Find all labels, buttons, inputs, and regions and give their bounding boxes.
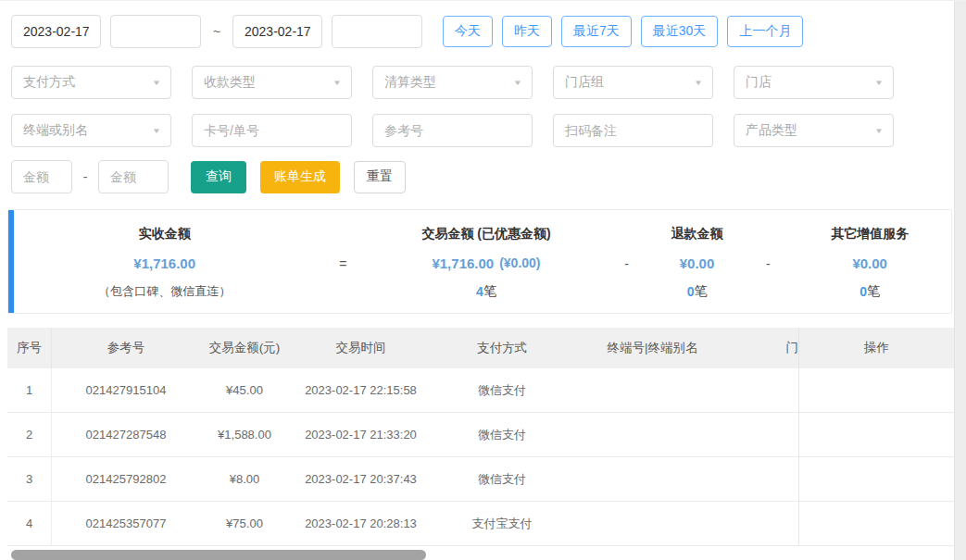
- cell-method: 微信支付: [433, 427, 571, 443]
- col-header-method: 支付方式: [433, 340, 571, 356]
- reset-button[interactable]: 重置: [354, 161, 406, 193]
- cell-index: 4: [7, 502, 52, 545]
- other-count-number: 0: [859, 284, 867, 299]
- cell-time: 2023-02-17 21:33:20: [289, 428, 433, 442]
- start-time-input[interactable]: [110, 15, 201, 48]
- cell-index: 3: [7, 457, 52, 501]
- transaction-label: 交易金额 (已优惠金额): [421, 220, 550, 248]
- chevron-down-icon: ▼: [152, 127, 161, 135]
- summary-refund: 退款金额 ¥0.00 0 笔: [646, 220, 748, 313]
- col-header-index: 序号: [7, 328, 52, 368]
- filter-panel: ~ 今天 昨天 最近7天 最近30天 上一个月 支付方式 ▼ 收款类型 ▼ 清算…: [0, 1, 966, 193]
- select-placeholder: 终端或别名: [23, 122, 88, 139]
- amount-min-input[interactable]: [11, 160, 72, 193]
- table-row[interactable]: 4 021425357077 ¥75.00 2023-02-17 20:28:1…: [7, 502, 798, 546]
- vertical-scrollbar[interactable]: [954, 1, 966, 560]
- quick-today-button[interactable]: 今天: [443, 16, 493, 47]
- quick-lastmonth-button[interactable]: 上一个月: [727, 16, 803, 47]
- received-note: （包含口碑、微信直连）: [98, 278, 231, 305]
- refund-label: 退款金额: [671, 220, 723, 248]
- quick-date-buttons: 今天 昨天 最近7天 最近30天 上一个月: [443, 16, 812, 47]
- equals-operator: =: [320, 220, 365, 313]
- other-services-amount: ¥0.00: [852, 248, 887, 278]
- qrcode-remark-input[interactable]: [553, 114, 713, 147]
- horizontal-scrollbar[interactable]: [7, 549, 954, 560]
- settlement-type-select[interactable]: 清算类型 ▼: [372, 66, 533, 99]
- chevron-down-icon: ▼: [694, 79, 703, 87]
- end-time-input[interactable]: [332, 15, 422, 48]
- received-amount: ¥1,716.00: [133, 248, 195, 278]
- cell-amount: ¥75.00: [200, 516, 289, 530]
- received-label: 实收金额: [139, 220, 191, 248]
- cell-reference: 021427915104: [52, 383, 200, 397]
- horizontal-scrollbar-thumb[interactable]: [11, 550, 426, 560]
- col-header-amount: 交易金额(元): [200, 340, 289, 356]
- cell-reference: 021425792802: [52, 472, 200, 486]
- input-filter-row: 终端或别名 ▼ 产品类型 ▼: [11, 114, 966, 147]
- select-placeholder: 门店: [746, 74, 772, 91]
- amount-range-separator: -: [72, 169, 98, 184]
- refund-count: 0 笔: [687, 278, 708, 305]
- other-services-count: 0 笔: [859, 278, 880, 305]
- quick-last30days-button[interactable]: 最近30天: [641, 16, 719, 47]
- quick-last7days-button[interactable]: 最近7天: [561, 16, 632, 47]
- transaction-count: 4 笔: [476, 278, 496, 305]
- cell-index: 2: [7, 413, 52, 456]
- cell-time: 2023-02-17 20:37:43: [289, 472, 433, 486]
- amount-max-input[interactable]: [98, 160, 169, 193]
- cell-reference: 021425357077: [52, 516, 200, 530]
- store-select[interactable]: 门店 ▼: [734, 66, 894, 99]
- select-placeholder: 收款类型: [204, 74, 256, 91]
- store-group-select[interactable]: 门店组 ▼: [553, 66, 713, 99]
- date-filter-row: ~ 今天 昨天 最近7天 最近30天 上一个月: [11, 15, 966, 48]
- cell-amount: ¥8.00: [200, 472, 289, 486]
- select-placeholder: 产品类型: [746, 122, 797, 139]
- transaction-count-number: 4: [476, 284, 483, 299]
- payee-type-select[interactable]: 收款类型 ▼: [192, 66, 352, 99]
- col-header-time: 交易时间: [289, 340, 433, 356]
- cell-time: 2023-02-17 20:28:13: [289, 516, 433, 530]
- cell-actions: [799, 502, 954, 546]
- date-range-separator: ~: [201, 24, 232, 39]
- terminal-alias-select[interactable]: 终端或别名 ▼: [11, 114, 171, 147]
- quick-yesterday-button[interactable]: 昨天: [502, 16, 552, 47]
- col-header-store: 门店: [734, 340, 798, 356]
- end-date-input[interactable]: [232, 15, 322, 48]
- table-row[interactable]: 1 021427915104 ¥45.00 2023-02-17 22:15:5…: [7, 368, 798, 413]
- cell-amount: ¥1,588.00: [200, 428, 289, 442]
- select-placeholder: 门店组: [565, 74, 604, 91]
- table-scroll-area: 序号 参考号 交易金额(元) 交易时间 支付方式 终端号|终端别名 门店 1 0…: [7, 328, 798, 560]
- summary-transaction: 交易金额 (已优惠金额) ¥1,716.00 (¥0.00) 4 笔: [365, 220, 607, 313]
- reference-number-input[interactable]: [372, 114, 533, 147]
- amount-action-row: - 查询 账单生成 重置: [11, 160, 966, 193]
- col-header-reference: 参考号: [52, 340, 200, 356]
- col-header-actions: 操作: [799, 328, 954, 368]
- actions-fixed-column: 操作: [798, 328, 954, 546]
- summary-received: 实收金额 ¥1,716.00 （包含口碑、微信直连）: [8, 220, 320, 313]
- transaction-amount: ¥1,716.00: [432, 255, 494, 271]
- table-row[interactable]: 3 021425792802 ¥8.00 2023-02-17 20:37:43…: [7, 457, 798, 502]
- transactions-table: 序号 参考号 交易金额(元) 交易时间 支付方式 终端号|终端别名 门店 1 0…: [7, 328, 954, 560]
- cell-method: 微信支付: [433, 382, 571, 399]
- select-placeholder: 支付方式: [23, 74, 75, 91]
- search-button[interactable]: 查询: [191, 161, 246, 193]
- refund-count-unit: 笔: [694, 283, 707, 300]
- payment-method-select[interactable]: 支付方式 ▼: [11, 66, 171, 99]
- cell-time: 2023-02-17 22:15:58: [289, 383, 433, 397]
- transaction-query-page: ~ 今天 昨天 最近7天 最近30天 上一个月 支付方式 ▼ 收款类型 ▼ 清算…: [0, 1, 966, 560]
- chevron-down-icon: ▼: [152, 79, 161, 87]
- table-row[interactable]: 2 021427287548 ¥1,588.00 2023-02-17 21:3…: [7, 413, 798, 457]
- start-date-input[interactable]: [11, 15, 101, 48]
- product-type-select[interactable]: 产品类型 ▼: [734, 114, 894, 147]
- minus-operator: -: [608, 220, 646, 313]
- summary-other-services: 其它增值服务 ¥0.00 0 笔: [788, 220, 951, 313]
- other-services-label: 其它增值服务: [831, 220, 909, 248]
- card-number-input[interactable]: [192, 114, 352, 147]
- generate-bill-button[interactable]: 账单生成: [260, 161, 340, 193]
- cell-actions: [799, 457, 954, 502]
- transaction-count-unit: 笔: [483, 283, 496, 300]
- chevron-down-icon: ▼: [874, 127, 884, 135]
- summary-accent-bar: [8, 210, 14, 313]
- chevron-down-icon: ▼: [332, 79, 342, 87]
- minus-operator: -: [747, 220, 788, 313]
